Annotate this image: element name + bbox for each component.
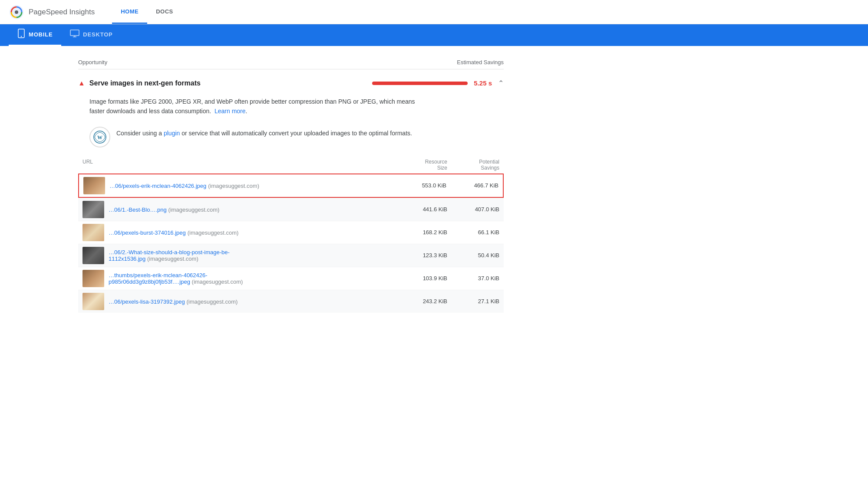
device-tab-mobile[interactable]: MOBILE [9, 24, 61, 46]
estimated-savings-column-header: Estimated Savings [457, 59, 504, 66]
description-text: Image formats like JPEG 2000, JPEG XR, a… [78, 92, 417, 121]
url-cell: …06/1.-Best-Blo….png (imagesuggest.com) [83, 201, 395, 218]
resource-size-value: 441.6 KiB [395, 206, 447, 213]
svg-point-1 [15, 10, 18, 14]
potential-savings-value: 37.0 KiB [447, 275, 499, 282]
url-cell: …06/pexels-lisa-3197392.jpeg (imagesugge… [83, 293, 395, 310]
resource-size-value: 103.9 KiB [395, 275, 447, 282]
url-link[interactable]: …06/pexels-burst-374016.jpeg [109, 229, 186, 236]
url-link-line1[interactable]: …thumbs/pexels-erik-mclean-4062426- [109, 272, 243, 278]
url-cell: …06/2.-What-size-should-a-blog-post-imag… [83, 247, 395, 264]
mobile-icon [17, 29, 25, 40]
mobile-tab-label: MOBILE [29, 31, 53, 38]
potential-savings-column-header: PotentialSavings [447, 159, 499, 171]
url-cell: …thumbs/pexels-erik-mclean-4062426- p985… [83, 270, 395, 287]
svg-rect-4 [70, 30, 79, 36]
thumbnail [83, 293, 104, 310]
potential-savings-value: 50.4 KiB [447, 252, 499, 259]
url-text-area: …06/pexels-erik-mclean-4062426.jpeg (ima… [109, 182, 259, 189]
potential-savings-value: 27.1 KiB [447, 298, 499, 305]
svg-point-3 [21, 36, 22, 37]
url-domain: (imagesuggest.com) [147, 255, 198, 262]
wordpress-icon: W [93, 131, 106, 144]
thumbnail [83, 247, 104, 264]
wp-text: Consider using a plugin or service that … [116, 127, 412, 138]
potential-savings-value: 466.7 KiB [446, 182, 498, 189]
url-domain: (imagesuggest.com) [192, 278, 243, 285]
url-link[interactable]: …06/pexels-erik-mclean-4062426.jpeg [109, 183, 206, 189]
url-text-area: …06/2.-What-size-should-a-blog-post-imag… [109, 249, 230, 262]
section-header: Opportunity Estimated Savings [78, 55, 504, 69]
url-link-line2[interactable]: p985r06dd3g9z8bj0fjb53f….jpeg (imagesugg… [109, 278, 243, 285]
url-text-area: …06/pexels-burst-374016.jpeg (imagesugge… [109, 229, 238, 236]
svg-text:W: W [97, 134, 102, 141]
url-cell: …06/pexels-burst-374016.jpeg (imagesugge… [83, 224, 395, 241]
opportunity-column-header: Opportunity [78, 59, 107, 66]
resource-size-value: 553.0 KiB [394, 182, 446, 189]
serve-images-title: Serve images in next-gen formats [89, 79, 201, 87]
url-domain: (imagesuggest.com) [208, 183, 259, 189]
url-domain: (imagesuggest.com) [188, 229, 239, 236]
url-link-line1[interactable]: …06/2.-What-size-should-a-blog-post-imag… [109, 249, 230, 255]
top-navigation: PageSpeed Insights HOME DOCS [0, 0, 868, 24]
main-content: Opportunity Estimated Savings ▲ Serve im… [0, 46, 521, 321]
table-row: …06/pexels-erik-mclean-4062426.jpeg (ima… [78, 174, 504, 198]
url-link-line2[interactable]: 1112x1536.jpg (imagesuggest.com) [109, 255, 230, 262]
device-bar: MOBILE DESKTOP [0, 24, 868, 46]
tab-home[interactable]: HOME [112, 0, 147, 24]
learn-more-link[interactable]: Learn more [215, 108, 246, 115]
tab-docs[interactable]: DOCS [147, 0, 182, 24]
resource-size-value: 243.2 KiB [395, 298, 447, 305]
main-nav-tabs: HOME DOCS [112, 0, 182, 24]
table-row: …06/2.-What-size-should-a-blog-post-imag… [78, 244, 504, 267]
wordpress-logo: W [89, 127, 110, 147]
url-text-area: …06/1.-Best-Blo….png (imagesuggest.com) [109, 206, 219, 213]
thumbnail [83, 224, 104, 241]
device-tab-desktop[interactable]: DESKTOP [61, 24, 121, 46]
warning-triangle-icon: ▲ [78, 79, 85, 87]
url-column-header: URL [83, 159, 395, 171]
thumbnail [83, 201, 104, 218]
resource-size-column-header: ResourceSize [395, 159, 447, 171]
table-header: URL ResourceSize PotentialSavings [78, 156, 504, 174]
resource-size-value: 123.3 KiB [395, 252, 447, 259]
wp-suggestion-prefix: Consider using a [116, 130, 164, 137]
potential-savings-value: 66.1 KiB [447, 229, 499, 236]
url-link[interactable]: …06/1.-Best-Blo….png [109, 206, 167, 213]
url-text-area: …06/pexels-lisa-3197392.jpeg (imagesugge… [109, 298, 238, 305]
table-row: …06/pexels-burst-374016.jpeg (imagesugge… [78, 221, 504, 244]
logo-area: PageSpeed Insights [9, 4, 95, 20]
url-domain: (imagesuggest.com) [168, 206, 220, 213]
table-row: …thumbs/pexels-erik-mclean-4062426- p985… [78, 267, 504, 290]
url-domain: (imagesuggest.com) [187, 298, 238, 305]
description-body: Image formats like JPEG 2000, JPEG XR, a… [89, 98, 415, 115]
table-row: …06/1.-Best-Blo….png (imagesuggest.com) … [78, 198, 504, 221]
app-title: PageSpeed Insights [29, 8, 95, 16]
savings-bar [372, 82, 468, 85]
pagespeed-logo [9, 4, 24, 20]
url-cell: …06/pexels-erik-mclean-4062426.jpeg (ima… [83, 177, 394, 194]
url-link[interactable]: …06/pexels-lisa-3197392.jpeg [109, 298, 185, 305]
url-text-area: …thumbs/pexels-erik-mclean-4062426- p985… [109, 272, 243, 285]
desktop-icon [70, 29, 79, 39]
desktop-tab-label: DESKTOP [83, 31, 112, 38]
serve-images-right: 5.25 s ⌃ [372, 79, 504, 87]
chevron-up-icon[interactable]: ⌃ [498, 79, 504, 87]
plugin-link[interactable]: plugin [164, 130, 180, 137]
potential-savings-value: 407.0 KiB [447, 206, 499, 213]
serve-images-row: ▲ Serve images in next-gen formats 5.25 … [78, 75, 504, 92]
wp-suggestion-area: W Consider using a plugin or service tha… [78, 121, 417, 156]
thumbnail [83, 177, 105, 194]
resource-size-value: 168.2 KiB [395, 229, 447, 236]
thumbnail [83, 270, 104, 287]
serve-images-left: ▲ Serve images in next-gen formats [78, 79, 201, 87]
savings-value: 5.25 s [474, 79, 492, 87]
table-row: …06/pexels-lisa-3197392.jpeg (imagesugge… [78, 290, 504, 313]
wp-suggestion-suffix: or service that will automatically conve… [180, 130, 412, 137]
